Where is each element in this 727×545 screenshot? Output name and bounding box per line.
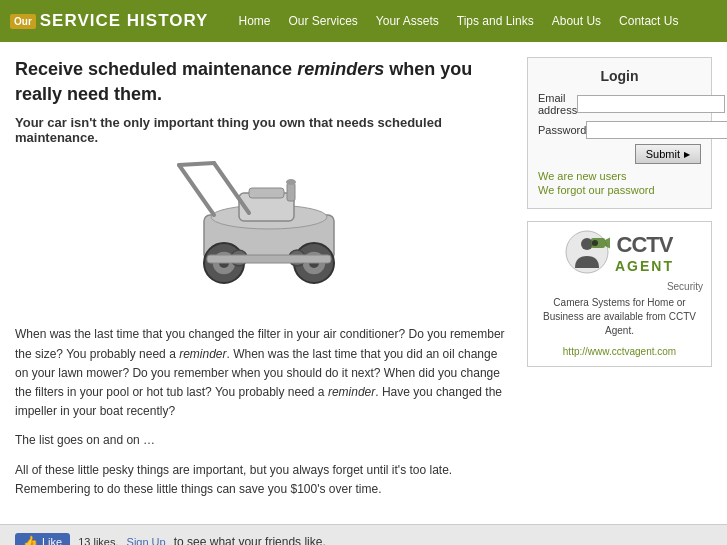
left-column: Receive scheduled maintenance reminders … — [15, 57, 512, 509]
cctv-description: Camera Systems for Home or Business are … — [536, 296, 703, 338]
submit-row: Submit — [538, 144, 701, 164]
logo-our: Our — [10, 14, 36, 29]
svg-rect-17 — [207, 255, 331, 263]
header: Our SERVICE HISTORY Home Our Services Yo… — [0, 0, 727, 42]
cctv-brand-text: CCTV AGENT — [615, 232, 674, 274]
nav-contact[interactable]: Contact Us — [619, 14, 678, 28]
fb-signup-link[interactable]: Sign Up — [127, 536, 166, 545]
new-users-link[interactable]: We are new users — [538, 170, 701, 182]
body-text: When was the last time that you changed … — [15, 325, 512, 499]
main-headline: Receive scheduled maintenance reminders … — [15, 57, 512, 107]
content-area: Receive scheduled maintenance reminders … — [0, 42, 727, 524]
nav-about[interactable]: About Us — [552, 14, 601, 28]
facebook-like-button[interactable]: 👍 Like — [15, 533, 70, 545]
login-box: Login Email address Password Submit We a… — [527, 57, 712, 209]
email-input[interactable] — [577, 95, 725, 113]
body-paragraph-1: When was the last time that you changed … — [15, 325, 512, 421]
main-nav: Home Our Services Your Assets Tips and L… — [238, 14, 678, 28]
body-paragraph-2: The list goes on and on … — [15, 431, 512, 450]
svg-point-16 — [286, 179, 296, 185]
svg-rect-3 — [249, 188, 284, 198]
submit-button[interactable]: Submit — [635, 144, 701, 164]
email-label: Email address — [538, 92, 577, 116]
password-label: Password — [538, 124, 586, 136]
facebook-bar: 👍 Like 13 likes. Sign Up to see what you… — [0, 524, 727, 545]
password-row: Password — [538, 121, 701, 139]
password-input[interactable] — [586, 121, 727, 139]
fb-like-count: 13 likes. — [78, 536, 118, 545]
login-links: We are new users We forgot our password — [538, 170, 701, 196]
sub-headline: Your car isn't the only important thing … — [15, 115, 512, 145]
thumbs-up-icon: 👍 — [23, 535, 38, 545]
right-column: Login Email address Password Submit We a… — [527, 57, 712, 509]
svg-rect-15 — [287, 183, 295, 201]
cctv-website-link[interactable]: http://www.cctvagent.com — [563, 346, 676, 357]
svg-point-22 — [592, 240, 598, 246]
lawn-mower-illustration — [149, 155, 379, 310]
forgot-password-link[interactable]: We forgot our password — [538, 184, 701, 196]
cctv-camera-icon — [565, 230, 610, 275]
nav-tips[interactable]: Tips and Links — [457, 14, 534, 28]
nav-services[interactable]: Our Services — [288, 14, 357, 28]
logo-area: Our SERVICE HISTORY — [10, 11, 208, 31]
logo-text: SERVICE HISTORY — [40, 11, 209, 31]
cctv-ad: CCTV AGENT Security Camera Systems for H… — [527, 221, 712, 367]
fb-signup-suffix: to see what your friends like. — [174, 535, 326, 545]
login-title: Login — [538, 68, 701, 84]
nav-assets[interactable]: Your Assets — [376, 14, 439, 28]
cctv-logo-area: CCTV AGENT — [536, 230, 703, 275]
cctv-security-label: Security — [536, 281, 703, 292]
mower-image — [15, 155, 512, 310]
svg-line-5 — [214, 163, 249, 213]
like-label: Like — [42, 536, 62, 545]
email-row: Email address — [538, 92, 701, 116]
nav-home[interactable]: Home — [238, 14, 270, 28]
body-paragraph-3: All of these little pesky things are imp… — [15, 461, 512, 499]
svg-line-6 — [179, 163, 214, 165]
svg-line-4 — [179, 165, 214, 215]
